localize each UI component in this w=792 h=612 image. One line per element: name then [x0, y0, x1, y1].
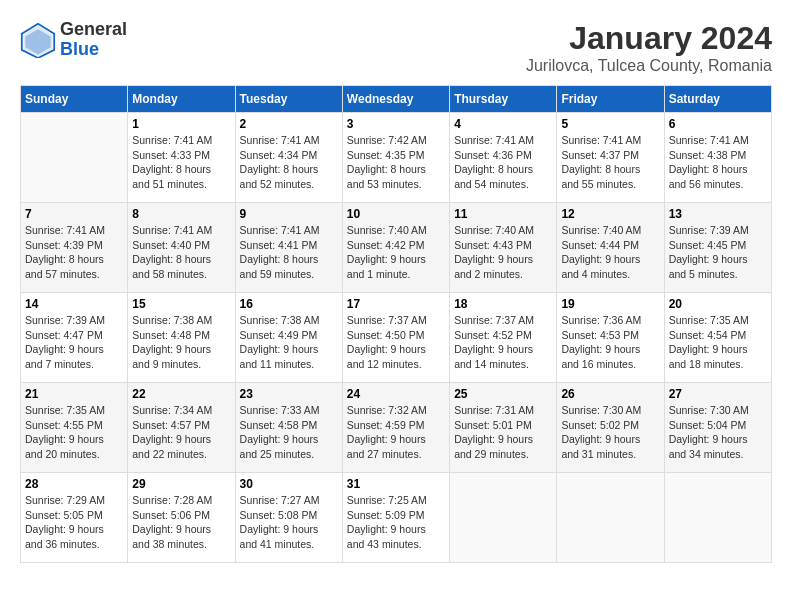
- calendar-cell: 28Sunrise: 7:29 AM Sunset: 5:05 PM Dayli…: [21, 473, 128, 563]
- calendar-cell: 19Sunrise: 7:36 AM Sunset: 4:53 PM Dayli…: [557, 293, 664, 383]
- day-number: 12: [561, 207, 659, 221]
- calendar-week-5: 28Sunrise: 7:29 AM Sunset: 5:05 PM Dayli…: [21, 473, 772, 563]
- day-number: 5: [561, 117, 659, 131]
- cell-content: Sunrise: 7:27 AM Sunset: 5:08 PM Dayligh…: [240, 493, 338, 552]
- calendar-cell: 17Sunrise: 7:37 AM Sunset: 4:50 PM Dayli…: [342, 293, 449, 383]
- calendar-cell: 23Sunrise: 7:33 AM Sunset: 4:58 PM Dayli…: [235, 383, 342, 473]
- calendar-cell: [664, 473, 771, 563]
- calendar-cell: 18Sunrise: 7:37 AM Sunset: 4:52 PM Dayli…: [450, 293, 557, 383]
- logo-general: General: [60, 20, 127, 40]
- cell-content: Sunrise: 7:41 AM Sunset: 4:37 PM Dayligh…: [561, 133, 659, 192]
- day-number: 17: [347, 297, 445, 311]
- calendar-cell: 4Sunrise: 7:41 AM Sunset: 4:36 PM Daylig…: [450, 113, 557, 203]
- calendar-cell: 5Sunrise: 7:41 AM Sunset: 4:37 PM Daylig…: [557, 113, 664, 203]
- cell-content: Sunrise: 7:33 AM Sunset: 4:58 PM Dayligh…: [240, 403, 338, 462]
- cell-content: Sunrise: 7:34 AM Sunset: 4:57 PM Dayligh…: [132, 403, 230, 462]
- day-number: 27: [669, 387, 767, 401]
- cell-content: Sunrise: 7:30 AM Sunset: 5:02 PM Dayligh…: [561, 403, 659, 462]
- day-number: 19: [561, 297, 659, 311]
- page-header: General Blue January 2024 Jurilovca, Tul…: [20, 20, 772, 75]
- cell-content: Sunrise: 7:37 AM Sunset: 4:52 PM Dayligh…: [454, 313, 552, 372]
- day-number: 20: [669, 297, 767, 311]
- calendar-cell: 26Sunrise: 7:30 AM Sunset: 5:02 PM Dayli…: [557, 383, 664, 473]
- cell-content: Sunrise: 7:39 AM Sunset: 4:47 PM Dayligh…: [25, 313, 123, 372]
- day-number: 13: [669, 207, 767, 221]
- calendar-cell: 10Sunrise: 7:40 AM Sunset: 4:42 PM Dayli…: [342, 203, 449, 293]
- day-number: 7: [25, 207, 123, 221]
- calendar-cell: 31Sunrise: 7:25 AM Sunset: 5:09 PM Dayli…: [342, 473, 449, 563]
- weekday-header-saturday: Saturday: [664, 86, 771, 113]
- calendar-cell: 11Sunrise: 7:40 AM Sunset: 4:43 PM Dayli…: [450, 203, 557, 293]
- day-number: 4: [454, 117, 552, 131]
- cell-content: Sunrise: 7:41 AM Sunset: 4:41 PM Dayligh…: [240, 223, 338, 282]
- cell-content: Sunrise: 7:40 AM Sunset: 4:43 PM Dayligh…: [454, 223, 552, 282]
- calendar-cell: 30Sunrise: 7:27 AM Sunset: 5:08 PM Dayli…: [235, 473, 342, 563]
- calendar-cell: 6Sunrise: 7:41 AM Sunset: 4:38 PM Daylig…: [664, 113, 771, 203]
- day-number: 23: [240, 387, 338, 401]
- calendar-cell: 13Sunrise: 7:39 AM Sunset: 4:45 PM Dayli…: [664, 203, 771, 293]
- page-title: January 2024: [526, 20, 772, 57]
- cell-content: Sunrise: 7:41 AM Sunset: 4:38 PM Dayligh…: [669, 133, 767, 192]
- cell-content: Sunrise: 7:40 AM Sunset: 4:44 PM Dayligh…: [561, 223, 659, 282]
- cell-content: Sunrise: 7:42 AM Sunset: 4:35 PM Dayligh…: [347, 133, 445, 192]
- cell-content: Sunrise: 7:36 AM Sunset: 4:53 PM Dayligh…: [561, 313, 659, 372]
- day-number: 2: [240, 117, 338, 131]
- weekday-header-friday: Friday: [557, 86, 664, 113]
- calendar-cell: 15Sunrise: 7:38 AM Sunset: 4:48 PM Dayli…: [128, 293, 235, 383]
- weekday-row: SundayMondayTuesdayWednesdayThursdayFrid…: [21, 86, 772, 113]
- cell-content: Sunrise: 7:25 AM Sunset: 5:09 PM Dayligh…: [347, 493, 445, 552]
- weekday-header-monday: Monday: [128, 86, 235, 113]
- calendar-cell: 27Sunrise: 7:30 AM Sunset: 5:04 PM Dayli…: [664, 383, 771, 473]
- cell-content: Sunrise: 7:41 AM Sunset: 4:33 PM Dayligh…: [132, 133, 230, 192]
- day-number: 1: [132, 117, 230, 131]
- cell-content: Sunrise: 7:30 AM Sunset: 5:04 PM Dayligh…: [669, 403, 767, 462]
- cell-content: Sunrise: 7:32 AM Sunset: 4:59 PM Dayligh…: [347, 403, 445, 462]
- weekday-header-tuesday: Tuesday: [235, 86, 342, 113]
- calendar-cell: 8Sunrise: 7:41 AM Sunset: 4:40 PM Daylig…: [128, 203, 235, 293]
- day-number: 31: [347, 477, 445, 491]
- day-number: 21: [25, 387, 123, 401]
- day-number: 30: [240, 477, 338, 491]
- title-block: January 2024 Jurilovca, Tulcea County, R…: [526, 20, 772, 75]
- cell-content: Sunrise: 7:35 AM Sunset: 4:55 PM Dayligh…: [25, 403, 123, 462]
- day-number: 26: [561, 387, 659, 401]
- day-number: 11: [454, 207, 552, 221]
- cell-content: Sunrise: 7:29 AM Sunset: 5:05 PM Dayligh…: [25, 493, 123, 552]
- day-number: 24: [347, 387, 445, 401]
- day-number: 15: [132, 297, 230, 311]
- calendar-body: 1Sunrise: 7:41 AM Sunset: 4:33 PM Daylig…: [21, 113, 772, 563]
- calendar-cell: [21, 113, 128, 203]
- calendar-cell: 25Sunrise: 7:31 AM Sunset: 5:01 PM Dayli…: [450, 383, 557, 473]
- calendar-cell: 20Sunrise: 7:35 AM Sunset: 4:54 PM Dayli…: [664, 293, 771, 383]
- day-number: 16: [240, 297, 338, 311]
- day-number: 25: [454, 387, 552, 401]
- calendar-cell: 2Sunrise: 7:41 AM Sunset: 4:34 PM Daylig…: [235, 113, 342, 203]
- cell-content: Sunrise: 7:41 AM Sunset: 4:34 PM Dayligh…: [240, 133, 338, 192]
- calendar-cell: [557, 473, 664, 563]
- weekday-header-thursday: Thursday: [450, 86, 557, 113]
- cell-content: Sunrise: 7:38 AM Sunset: 4:49 PM Dayligh…: [240, 313, 338, 372]
- day-number: 3: [347, 117, 445, 131]
- cell-content: Sunrise: 7:38 AM Sunset: 4:48 PM Dayligh…: [132, 313, 230, 372]
- day-number: 29: [132, 477, 230, 491]
- day-number: 18: [454, 297, 552, 311]
- calendar-week-3: 14Sunrise: 7:39 AM Sunset: 4:47 PM Dayli…: [21, 293, 772, 383]
- calendar-cell: 12Sunrise: 7:40 AM Sunset: 4:44 PM Dayli…: [557, 203, 664, 293]
- calendar-cell: 3Sunrise: 7:42 AM Sunset: 4:35 PM Daylig…: [342, 113, 449, 203]
- calendar-cell: 24Sunrise: 7:32 AM Sunset: 4:59 PM Dayli…: [342, 383, 449, 473]
- day-number: 6: [669, 117, 767, 131]
- calendar-cell: 7Sunrise: 7:41 AM Sunset: 4:39 PM Daylig…: [21, 203, 128, 293]
- logo: General Blue: [20, 20, 127, 60]
- calendar-cell: 16Sunrise: 7:38 AM Sunset: 4:49 PM Dayli…: [235, 293, 342, 383]
- weekday-header-sunday: Sunday: [21, 86, 128, 113]
- day-number: 14: [25, 297, 123, 311]
- calendar-week-1: 1Sunrise: 7:41 AM Sunset: 4:33 PM Daylig…: [21, 113, 772, 203]
- calendar-cell: 22Sunrise: 7:34 AM Sunset: 4:57 PM Dayli…: [128, 383, 235, 473]
- cell-content: Sunrise: 7:41 AM Sunset: 4:39 PM Dayligh…: [25, 223, 123, 282]
- calendar-cell: 14Sunrise: 7:39 AM Sunset: 4:47 PM Dayli…: [21, 293, 128, 383]
- calendar-week-4: 21Sunrise: 7:35 AM Sunset: 4:55 PM Dayli…: [21, 383, 772, 473]
- calendar-cell: 9Sunrise: 7:41 AM Sunset: 4:41 PM Daylig…: [235, 203, 342, 293]
- calendar-cell: 21Sunrise: 7:35 AM Sunset: 4:55 PM Dayli…: [21, 383, 128, 473]
- logo-text: General Blue: [60, 20, 127, 60]
- logo-blue: Blue: [60, 40, 127, 60]
